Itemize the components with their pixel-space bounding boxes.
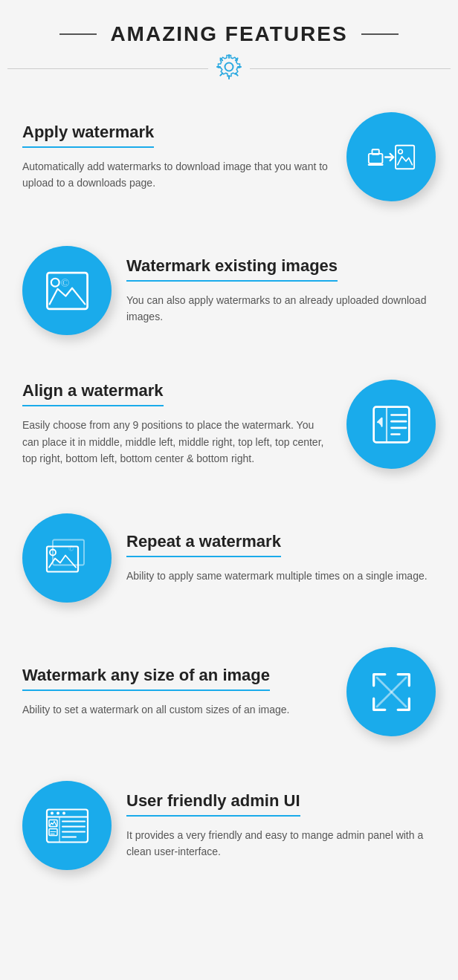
- repeat-watermark-icon: ©: [22, 513, 112, 603]
- feature-apply-watermark: Apply watermark Automatically add waterm…: [0, 90, 458, 224]
- feature-text-repeat: Repeat a watermark Ability to apply same…: [126, 532, 436, 584]
- feature-text-align: Align a watermark Easily choose from any…: [22, 381, 332, 467]
- svg-rect-10: [373, 406, 409, 442]
- header: AMAZING FEATURES: [0, 22, 458, 46]
- page-title: AMAZING FEATURES: [110, 22, 347, 46]
- feature-text-apply: Apply watermark Automatically add waterm…: [22, 123, 332, 192]
- feature-title-repeat: Repeat a watermark: [126, 532, 281, 557]
- feature-title-existing: Watermark existing images: [126, 256, 338, 282]
- svg-text:©: ©: [68, 544, 74, 552]
- feature-text-existing: Watermark existing images You can also a…: [126, 256, 436, 325]
- gear-line-right: [250, 68, 451, 69]
- feature-title-size: Watermark any size of an image: [22, 666, 270, 691]
- feature-desc-size: Ability to set a watermark on all custom…: [22, 701, 332, 718]
- feature-text-user-friendly: User friendly admin UI It provides a ver…: [126, 791, 436, 860]
- feature-text-size: Watermark any size of an image Ability t…: [22, 666, 332, 718]
- feature-watermark-size: Watermark any size of an image Ability t…: [0, 625, 458, 759]
- user-friendly-icon: [22, 781, 112, 870]
- svg-point-26: [62, 811, 65, 814]
- feature-title-user-friendly: User friendly admin UI: [126, 791, 300, 817]
- svg-point-24: [51, 811, 54, 814]
- svg-point-8: [51, 278, 59, 286]
- apply-watermark-icon: [346, 112, 436, 201]
- watermark-size-icon: [346, 647, 436, 736]
- feature-user-friendly: User friendly admin UI It provides a ver…: [0, 759, 458, 892]
- watermark-existing-icon: ©: [22, 246, 112, 335]
- gear-icon: [216, 53, 242, 84]
- feature-desc-user-friendly: It provides a very friendly and easy to …: [126, 827, 436, 860]
- gear-row: [0, 53, 458, 84]
- svg-rect-1: [368, 153, 382, 163]
- feature-desc-repeat: Ability to apply same watermark multiple…: [126, 568, 436, 584]
- feature-align-watermark: Align a watermark Easily choose from any…: [0, 357, 458, 491]
- gear-line-left: [7, 68, 208, 69]
- header-line-left: [59, 33, 97, 35]
- feature-watermark-existing: Watermark existing images You can also a…: [0, 224, 458, 357]
- svg-point-25: [57, 811, 59, 814]
- feature-desc-align: Easily choose from any 9 positions to pl…: [22, 417, 332, 467]
- feature-title-apply: Apply watermark: [22, 123, 154, 148]
- feature-desc-existing: You can also apply watermarks to an alre…: [126, 292, 436, 325]
- page-wrapper: AMAZING FEATURES Apply watermark Automat…: [0, 0, 458, 922]
- header-line-right: [361, 33, 399, 35]
- svg-text:©: ©: [60, 276, 69, 288]
- feature-repeat-watermark: Repeat a watermark Ability to apply same…: [0, 491, 458, 625]
- feature-title-align: Align a watermark: [22, 381, 164, 406]
- svg-rect-5: [396, 145, 414, 169]
- svg-point-0: [225, 63, 233, 71]
- align-watermark-icon: [346, 380, 436, 469]
- feature-desc-apply: Automatically add watermarks to download…: [22, 158, 332, 192]
- svg-point-6: [398, 149, 402, 154]
